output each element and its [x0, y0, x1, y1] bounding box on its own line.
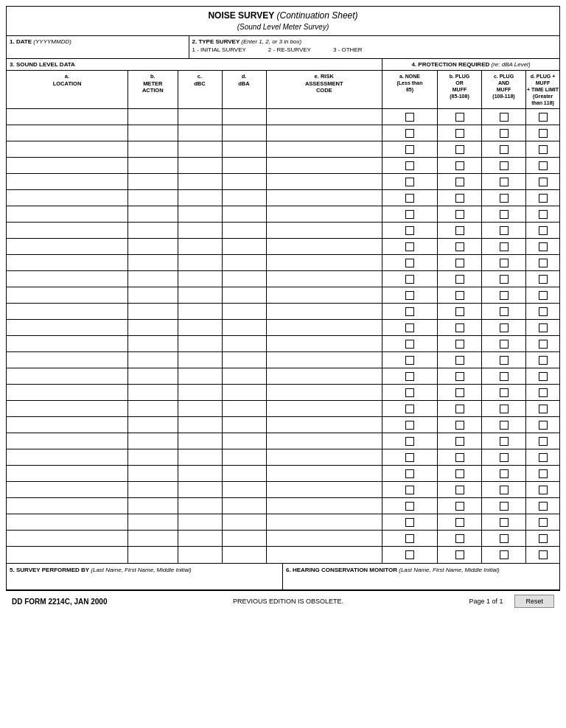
cell-none[interactable] [382, 482, 438, 498]
cell-risk-code[interactable] [267, 174, 383, 190]
cell-none[interactable] [382, 466, 438, 482]
cell-plug-muff-timelimit[interactable] [526, 482, 559, 498]
cell-plug-and-muff[interactable] [482, 498, 526, 514]
cell-none[interactable] [382, 109, 438, 125]
checkbox-none[interactable] [405, 453, 414, 462]
cell-none[interactable] [382, 385, 438, 401]
cell-plug-muff[interactable] [438, 482, 482, 498]
cell-plug-and-muff[interactable] [482, 320, 526, 336]
cell-plug-and-muff[interactable] [482, 466, 526, 482]
cell-plug-muff-timelimit[interactable] [526, 352, 559, 368]
cell-none[interactable] [382, 531, 438, 547]
cell-meter-action[interactable] [128, 385, 178, 401]
cell-dba[interactable] [223, 531, 267, 547]
cell-none[interactable] [382, 498, 438, 514]
cell-risk-code[interactable] [267, 190, 383, 206]
checkbox-plug-and-muff[interactable] [500, 113, 509, 122]
checkbox-plug-muff-timelimit[interactable] [539, 405, 548, 413]
checkbox-plug-muff-timelimit[interactable] [539, 178, 548, 186]
checkbox-plug-muff[interactable] [455, 469, 464, 478]
cell-plug-muff[interactable] [438, 255, 482, 271]
cell-dbc[interactable] [178, 482, 223, 498]
cell-meter-action[interactable] [128, 223, 178, 239]
cell-location[interactable] [7, 482, 128, 498]
cell-risk-code[interactable] [267, 109, 383, 125]
cell-location[interactable] [7, 304, 128, 320]
cell-risk-code[interactable] [267, 336, 383, 352]
cell-dba[interactable] [223, 271, 267, 287]
cell-plug-muff[interactable] [438, 336, 482, 352]
cell-dba[interactable] [223, 320, 267, 336]
checkbox-plug-muff[interactable] [455, 194, 464, 203]
cell-risk-code[interactable] [267, 320, 383, 336]
cell-dbc[interactable] [178, 514, 223, 531]
cell-dba[interactable] [223, 158, 267, 174]
cell-plug-muff[interactable] [438, 174, 482, 190]
checkbox-plug-and-muff[interactable] [500, 518, 509, 527]
reset-button[interactable]: Reset [514, 595, 554, 608]
checkbox-none[interactable] [405, 113, 414, 122]
cell-location[interactable] [7, 320, 128, 336]
cell-plug-and-muff[interactable] [482, 433, 526, 449]
checkbox-none[interactable] [405, 242, 414, 251]
cell-dbc[interactable] [178, 287, 223, 304]
cell-dbc[interactable] [178, 320, 223, 336]
cell-meter-action[interactable] [128, 482, 178, 498]
cell-plug-muff-timelimit[interactable] [526, 287, 559, 304]
checkbox-plug-muff-timelimit[interactable] [539, 486, 548, 494]
cell-plug-muff-timelimit[interactable] [526, 401, 559, 417]
cell-dbc[interactable] [178, 401, 223, 417]
cell-dbc[interactable] [178, 498, 223, 514]
cell-plug-and-muff[interactable] [482, 417, 526, 433]
cell-none[interactable] [382, 352, 438, 368]
cell-dba[interactable] [223, 385, 267, 401]
checkbox-plug-muff[interactable] [455, 437, 464, 446]
cell-meter-action[interactable] [128, 417, 178, 433]
cell-meter-action[interactable] [128, 320, 178, 336]
cell-none[interactable] [382, 239, 438, 255]
cell-plug-and-muff[interactable] [482, 109, 526, 125]
checkbox-plug-muff-timelimit[interactable] [539, 145, 548, 154]
cell-plug-muff-timelimit[interactable] [526, 547, 559, 563]
checkbox-none[interactable] [405, 372, 414, 381]
cell-dba[interactable] [223, 514, 267, 531]
cell-plug-muff-timelimit[interactable] [526, 433, 559, 449]
cell-plug-muff[interactable] [438, 368, 482, 385]
cell-plug-muff[interactable] [438, 547, 482, 563]
checkbox-plug-and-muff[interactable] [500, 340, 509, 349]
cell-plug-muff-timelimit[interactable] [526, 320, 559, 336]
cell-risk-code[interactable] [267, 158, 383, 174]
cell-dbc[interactable] [178, 385, 223, 401]
checkbox-none[interactable] [405, 161, 414, 170]
cell-plug-muff[interactable] [438, 417, 482, 433]
cell-meter-action[interactable] [128, 141, 178, 158]
cell-location[interactable] [7, 255, 128, 271]
cell-location[interactable] [7, 239, 128, 255]
checkbox-plug-muff[interactable] [455, 550, 464, 559]
cell-dbc[interactable] [178, 304, 223, 320]
cell-none[interactable] [382, 174, 438, 190]
cell-location[interactable] [7, 190, 128, 206]
cell-plug-muff[interactable] [438, 287, 482, 304]
checkbox-none[interactable] [405, 486, 414, 494]
checkbox-plug-muff-timelimit[interactable] [539, 242, 548, 251]
cell-dbc[interactable] [178, 417, 223, 433]
cell-dba[interactable] [223, 482, 267, 498]
cell-dbc[interactable] [178, 255, 223, 271]
cell-location[interactable] [7, 223, 128, 239]
checkbox-plug-muff-timelimit[interactable] [539, 275, 548, 284]
cell-dbc[interactable] [178, 449, 223, 466]
cell-plug-and-muff[interactable] [482, 206, 526, 223]
cell-dba[interactable] [223, 287, 267, 304]
cell-plug-muff-timelimit[interactable] [526, 336, 559, 352]
cell-dba[interactable] [223, 417, 267, 433]
checkbox-plug-and-muff[interactable] [500, 453, 509, 462]
cell-dbc[interactable] [178, 336, 223, 352]
cell-dba[interactable] [223, 336, 267, 352]
checkbox-plug-muff-timelimit[interactable] [539, 210, 548, 219]
cell-meter-action[interactable] [128, 125, 178, 141]
cell-dbc[interactable] [178, 141, 223, 158]
cell-plug-muff[interactable] [438, 125, 482, 141]
checkbox-plug-muff[interactable] [455, 486, 464, 494]
cell-location[interactable] [7, 352, 128, 368]
